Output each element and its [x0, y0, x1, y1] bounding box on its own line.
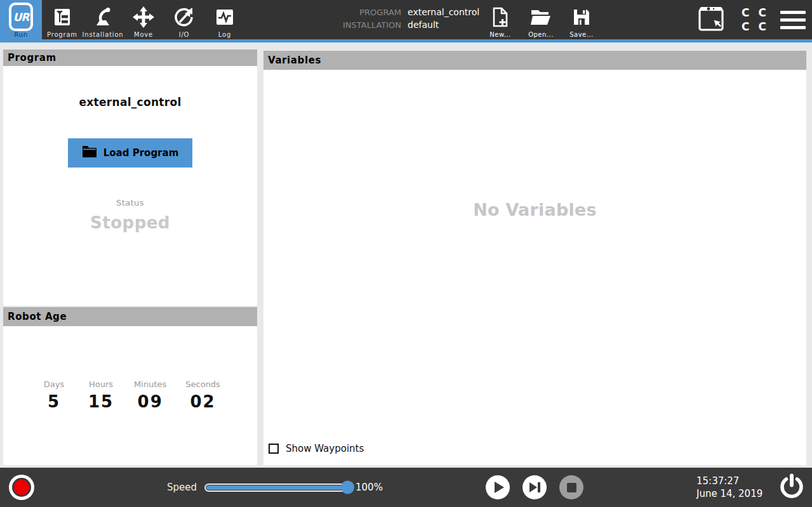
status-value: Stopped	[3, 213, 257, 232]
new-file-icon	[492, 3, 509, 31]
variables-panel-body: No Variables Show Waypoints	[263, 70, 806, 465]
variables-panel-title: Variables	[263, 51, 806, 70]
hamburger-menu-icon[interactable]	[780, 8, 806, 32]
variables-panel: Variables No Variables Show Waypoints	[263, 51, 806, 465]
top-header: UR Run Program	[0, 0, 812, 43]
tab-run[interactable]: UR Run	[0, 0, 42, 39]
main-content: Program external_control Load Program St…	[0, 43, 812, 468]
status-letter-grid: C C C C	[742, 6, 766, 33]
log-chart-icon	[215, 3, 235, 31]
robot-age-title: Robot Age	[3, 307, 257, 326]
tab-installation[interactable]: Installation	[83, 0, 123, 39]
speed-label: Speed	[167, 482, 197, 493]
load-program-button[interactable]: Load Program	[68, 138, 192, 168]
load-program-label: Load Program	[103, 147, 179, 159]
teach-pendant-touch-icon[interactable]	[695, 3, 728, 36]
step-forward-icon	[522, 475, 547, 499]
robot-stopped-red-indicator	[14, 480, 29, 495]
open-folder-icon	[530, 3, 552, 31]
new-button[interactable]: New...	[484, 3, 516, 38]
age-minutes-value: 09	[138, 392, 163, 411]
play-icon	[486, 475, 510, 499]
age-unit-hours: Hours 15	[87, 379, 115, 411]
age-days-value: 5	[48, 392, 60, 411]
installation-name: default	[408, 20, 479, 30]
initialize-robot-button[interactable]	[9, 475, 34, 500]
status-letter: C	[759, 6, 766, 19]
tab-io-label: I/O	[179, 31, 190, 38]
show-waypoints-checkbox[interactable]	[269, 444, 279, 454]
folder-icon	[82, 145, 97, 161]
speed-value: 100%	[356, 482, 383, 493]
program-tree-icon	[53, 3, 72, 31]
playback-controls	[486, 475, 583, 499]
tab-log-label: Log	[218, 31, 231, 38]
left-column: Program external_control Load Program St…	[3, 49, 257, 465]
bottom-bar: Speed 100% 15:37:27 June 14, 2019	[0, 468, 812, 507]
open-button[interactable]: Open...	[525, 3, 557, 38]
new-button-label: New...	[489, 31, 510, 38]
save-button[interactable]: Save...	[566, 3, 597, 38]
loaded-program-name: external_control	[3, 96, 257, 109]
clock-display: 15:37:27 June 14, 2019	[696, 475, 762, 500]
program-panel-title: Program	[3, 49, 257, 66]
tab-program[interactable]: Program	[42, 0, 83, 39]
ur-logo-icon: UR	[9, 3, 33, 31]
speed-slider-thumb[interactable]	[341, 481, 354, 494]
status-letter: C	[742, 6, 749, 19]
current-date: June 14, 2019	[696, 487, 762, 500]
speed-slider-fill	[206, 485, 345, 490]
save-button-label: Save...	[569, 31, 594, 38]
step-button[interactable]	[522, 475, 547, 499]
ur-logo-text: UR	[13, 11, 29, 23]
show-waypoints-label: Show Waypoints	[286, 443, 364, 454]
show-waypoints-toggle[interactable]: Show Waypoints	[269, 443, 364, 454]
program-label: PROGRAM	[343, 8, 401, 17]
tab-program-label: Program	[47, 31, 77, 38]
age-unit-days: Days 5	[40, 379, 68, 411]
age-unit-seconds: Seconds 02	[185, 379, 220, 411]
tab-io[interactable]: I/O	[164, 0, 204, 39]
initialize-status-ring	[12, 478, 31, 497]
play-button[interactable]	[486, 475, 510, 499]
tab-run-label: Run	[14, 31, 28, 38]
age-minutes-label: Minutes	[134, 379, 166, 389]
current-time: 15:37:27	[696, 475, 762, 487]
program-name: external_control	[408, 7, 479, 17]
program-panel-body: external_control Load Program Status Sto…	[3, 66, 257, 306]
robot-age-panel: Robot Age Days 5 Hours 15 Minutes 09 Sec…	[3, 307, 257, 465]
power-icon	[778, 473, 805, 500]
robot-age-values: Days 5 Hours 15 Minutes 09 Seconds 02	[3, 379, 257, 411]
stop-icon	[567, 483, 576, 492]
status-letter: C	[759, 20, 766, 33]
open-button-label: Open...	[528, 31, 554, 38]
installation-label: INSTALLATION	[343, 20, 401, 30]
status-label: Status	[3, 198, 257, 207]
age-hours-label: Hours	[89, 379, 113, 389]
tab-installation-label: Installation	[83, 31, 124, 38]
save-floppy-icon	[572, 3, 591, 31]
age-days-label: Days	[44, 379, 64, 389]
tab-move-label: Move	[134, 31, 153, 38]
no-variables-message: No Variables	[263, 200, 806, 220]
program-panel: Program external_control Load Program St…	[3, 49, 257, 306]
main-nav-tabs: UR Run Program	[0, 0, 245, 39]
file-actions: New... Open... Save...	[484, 3, 597, 38]
age-hours-value: 15	[88, 392, 114, 411]
io-circular-arrows-icon	[173, 3, 195, 31]
speed-slider[interactable]	[204, 484, 352, 492]
header-right-group: C C C C	[695, 0, 806, 39]
move-arrows-icon	[133, 3, 154, 31]
status-letter: C	[742, 20, 749, 33]
loaded-file-info: PROGRAM external_control INSTALLATION de…	[343, 7, 479, 30]
shutdown-button[interactable]	[778, 473, 805, 502]
age-seconds-value: 02	[190, 392, 216, 411]
age-seconds-label: Seconds	[185, 379, 220, 389]
tab-log[interactable]: Log	[204, 0, 245, 39]
robot-arm-icon	[92, 3, 114, 31]
age-unit-minutes: Minutes 09	[134, 379, 166, 411]
stop-button[interactable]	[559, 475, 583, 499]
speed-control: Speed 100%	[167, 482, 383, 493]
tab-move[interactable]: Move	[123, 0, 164, 39]
